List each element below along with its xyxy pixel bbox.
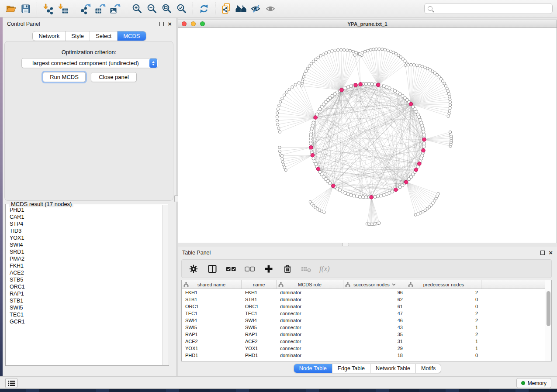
graph-leaf-node[interactable] — [381, 48, 384, 51]
mcds-result-item[interactable]: PHD1 — [10, 206, 162, 213]
mcds-result-item[interactable]: YOX1 — [10, 234, 162, 241]
graph-leaf-node[interactable] — [372, 48, 375, 51]
graph-hub-node[interactable] — [422, 148, 426, 152]
graph-leaf-node[interactable] — [278, 104, 280, 107]
graph-node[interactable] — [309, 139, 312, 142]
graph-leaf-node[interactable] — [363, 50, 366, 53]
graph-leaf-node[interactable] — [418, 64, 421, 67]
search-box[interactable] — [424, 3, 553, 14]
graph-node[interactable] — [422, 130, 425, 133]
graph-leaf-node[interactable] — [276, 112, 279, 114]
zoom-selected-button[interactable] — [174, 2, 189, 16]
graph-leaf-node[interactable] — [446, 87, 448, 90]
graph-leaf-node[interactable] — [378, 222, 381, 224]
graph-leaf-node[interactable] — [412, 64, 415, 66]
graph-leaf-node[interactable] — [449, 101, 451, 103]
search-input[interactable] — [435, 6, 549, 12]
mcds-result-item[interactable]: GCR1 — [10, 318, 162, 325]
graph-leaf-node[interactable] — [312, 60, 315, 62]
table-row[interactable]: TEC1TEC1connector472 — [182, 310, 551, 317]
graph-leaf-node[interactable] — [449, 131, 451, 133]
mcds-result-item[interactable]: CAR1 — [10, 213, 162, 220]
graph-node[interactable] — [329, 182, 332, 185]
graph-leaf-node[interactable] — [392, 51, 394, 54]
close-table-panel-icon[interactable]: × — [549, 251, 553, 255]
open-session-button[interactable] — [3, 2, 18, 16]
graph-leaf-node[interactable] — [276, 119, 278, 122]
graph-leaf-node[interactable] — [277, 123, 279, 126]
graph-node[interactable] — [422, 145, 426, 148]
graph-leaf-node[interactable] — [282, 163, 285, 166]
graph-leaf-node[interactable] — [449, 104, 451, 107]
graph-hub-node[interactable] — [422, 138, 426, 141]
column-header-mcds-role[interactable]: MCDS role — [277, 280, 343, 289]
tab-edge-table[interactable]: Edge Table — [332, 364, 370, 373]
graph-hub-node[interactable] — [377, 83, 381, 87]
graph-leaf-node[interactable] — [310, 62, 312, 65]
memory-button[interactable]: Memory — [516, 378, 551, 388]
graph-node[interactable] — [367, 82, 370, 85]
mcds-result-item[interactable]: TEC1 — [10, 311, 162, 318]
mcds-result-item[interactable]: STB1 — [10, 297, 162, 304]
run-mcds-button[interactable]: Run MCDS — [43, 72, 86, 82]
graph-leaf-node[interactable] — [323, 211, 325, 213]
table-row[interactable]: ACE2ACE2connector311 — [182, 338, 551, 345]
graph-leaf-node[interactable] — [325, 52, 327, 54]
graph-leaf-node[interactable] — [407, 63, 409, 66]
save-session-button[interactable] — [18, 2, 33, 16]
tab-style[interactable]: Style — [65, 31, 90, 41]
close-panel-button[interactable]: Close panel — [91, 72, 137, 82]
graph-node[interactable] — [391, 190, 394, 193]
graph-leaf-node[interactable] — [315, 58, 317, 61]
float-table-panel-icon[interactable] — [540, 251, 545, 255]
delete-column-button[interactable] — [282, 263, 293, 275]
graph-leaf-node[interactable] — [397, 54, 400, 57]
graph-leaf-node[interactable] — [281, 158, 284, 160]
graph-leaf-node[interactable] — [404, 64, 407, 66]
graph-node[interactable] — [364, 196, 367, 199]
graph-leaf-node[interactable] — [277, 108, 279, 110]
graph-leaf-node[interactable] — [387, 49, 389, 52]
table-row[interactable]: YOX1YOX1connector291 — [182, 345, 551, 352]
table-row[interactable]: STB1STB1dominator620 — [182, 296, 551, 303]
graph-leaf-node[interactable] — [278, 150, 281, 152]
graph-leaf-node[interactable] — [317, 56, 319, 58]
mcds-result-item[interactable]: ACE2 — [10, 269, 162, 276]
zoom-out-button[interactable] — [145, 2, 159, 16]
mcds-result-item[interactable]: ORC1 — [10, 283, 162, 290]
select-all-button[interactable] — [225, 263, 237, 275]
graph-leaf-node[interactable] — [281, 160, 284, 163]
tab-select[interactable]: Select — [90, 31, 117, 41]
network-snapshot-button[interactable] — [219, 2, 234, 16]
mcds-result-item[interactable]: PMA2 — [10, 255, 162, 262]
tab-network-table[interactable]: Network Table — [370, 364, 415, 373]
horizontal-splitter-handle[interactable] — [342, 243, 349, 246]
graph-hub-node[interactable] — [311, 153, 315, 157]
graph-hub-node[interactable] — [394, 188, 398, 192]
graph-leaf-node[interactable] — [421, 65, 424, 68]
graph-node[interactable] — [344, 87, 347, 90]
mcds-result-item[interactable]: SWI4 — [10, 241, 162, 248]
column-header-successor-nodes[interactable]: successor nodes — [343, 280, 406, 289]
refresh-layout-button[interactable] — [197, 2, 211, 16]
table-row[interactable]: RAP1RAP1dominator352 — [182, 331, 551, 338]
graph-leaf-node[interactable] — [448, 95, 451, 98]
export-image-button[interactable] — [107, 2, 122, 16]
mcds-list-scrollbar[interactable] — [162, 205, 168, 365]
graph-hub-node[interactable] — [309, 146, 313, 150]
graph-leaf-node[interactable] — [384, 48, 386, 51]
graph-leaf-node[interactable] — [300, 84, 303, 87]
graph-hub-node[interactable] — [314, 116, 318, 120]
graph-leaf-node[interactable] — [322, 53, 325, 55]
graph-leaf-node[interactable] — [389, 50, 392, 52]
graph-hub-node[interactable] — [316, 167, 320, 171]
graph-leaf-node[interactable] — [394, 52, 397, 55]
table-row[interactable]: SWI5SWI5connector431 — [182, 324, 551, 331]
import-network-button[interactable] — [41, 2, 55, 16]
table-scrollbar[interactable] — [545, 280, 551, 361]
graph-leaf-node[interactable] — [424, 66, 426, 69]
mcds-result-item[interactable]: SWI5 — [10, 304, 162, 311]
mcds-result-item[interactable]: RAP1 — [10, 290, 162, 297]
export-table-button[interactable] — [93, 2, 107, 16]
mcds-result-item[interactable]: SRD1 — [10, 248, 162, 255]
